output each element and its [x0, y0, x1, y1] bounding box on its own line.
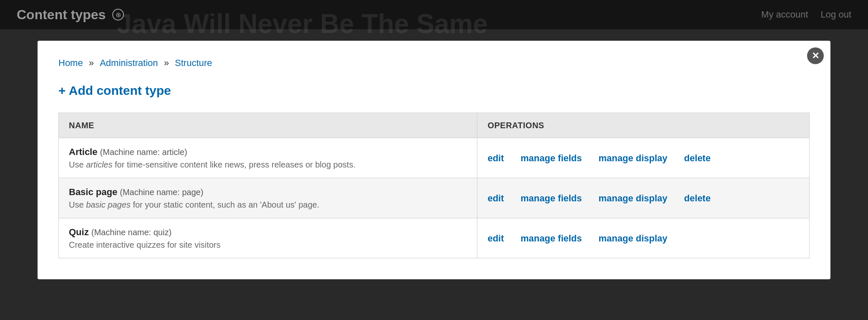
content-type-description: Use basic pages for your static content,… [69, 200, 467, 210]
delete-link[interactable]: delete [684, 193, 711, 203]
content-type-description: Use articles for time-sensitive content … [69, 160, 467, 170]
content-type-description: Create interactive quizzes for site visi… [69, 240, 467, 250]
breadcrumb-separator-1: » [89, 58, 96, 68]
content-type-name: Basic page (Machine name: page) [69, 187, 467, 198]
breadcrumb: Home » Administration » Structure [58, 58, 810, 69]
edit-link[interactable]: edit [487, 152, 504, 163]
manage-display-link[interactable]: manage display [598, 233, 667, 244]
modal-dialog: ✕ Home » Administration » Structure + Ad… [38, 41, 830, 279]
operations-cell: editmanage fieldsmanage display [477, 218, 810, 258]
name-cell: Article (Machine name: article)Use artic… [59, 138, 477, 178]
manage-fields-link[interactable]: manage fields [521, 233, 582, 244]
content-type-name: Quiz (Machine name: quiz) [69, 227, 467, 238]
manage-fields-link[interactable]: manage fields [521, 152, 582, 163]
administration-breadcrumb[interactable]: Administration [100, 58, 158, 68]
manage-display-link[interactable]: manage display [598, 152, 667, 163]
home-breadcrumb[interactable]: Home [58, 58, 83, 68]
table-row: Quiz (Machine name: quiz)Create interact… [59, 218, 810, 258]
operations-cell: editmanage fieldsmanage displaydelete [477, 178, 810, 218]
name-cell: Quiz (Machine name: quiz)Create interact… [59, 218, 477, 258]
delete-link[interactable]: delete [684, 152, 711, 163]
column-header-operations: OPERATIONS [477, 113, 810, 138]
column-header-name: NAME [59, 113, 477, 138]
manage-fields-link[interactable]: manage fields [521, 193, 582, 203]
content-type-name: Article (Machine name: article) [69, 147, 467, 157]
table-row: Basic page (Machine name: page)Use basic… [59, 178, 810, 218]
manage-display-link[interactable]: manage display [598, 193, 667, 203]
operations-cell: editmanage fieldsmanage displaydelete [477, 138, 810, 178]
breadcrumb-separator-2: » [164, 58, 172, 68]
edit-link[interactable]: edit [487, 193, 504, 203]
add-content-type-link[interactable]: + Add content type [58, 84, 171, 98]
content-types-table: NAME OPERATIONS Article (Machine name: a… [58, 113, 810, 259]
structure-breadcrumb[interactable]: Structure [175, 58, 212, 68]
modal-close-button[interactable]: ✕ [807, 48, 824, 64]
table-header-row: NAME OPERATIONS [59, 113, 810, 138]
name-cell: Basic page (Machine name: page)Use basic… [59, 178, 477, 218]
edit-link[interactable]: edit [487, 233, 504, 244]
table-row: Article (Machine name: article)Use artic… [59, 138, 810, 178]
